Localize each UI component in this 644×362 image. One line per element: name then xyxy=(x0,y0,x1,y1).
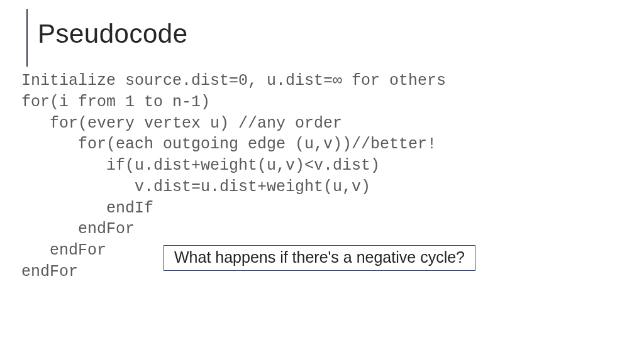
slide: Pseudocode Initialize source.dist=0, u.d… xyxy=(0,0,644,362)
slide-title: Pseudocode xyxy=(38,9,618,48)
title-accent-bar xyxy=(26,9,28,67)
callout-box: What happens if there's a negative cycle… xyxy=(164,245,475,271)
